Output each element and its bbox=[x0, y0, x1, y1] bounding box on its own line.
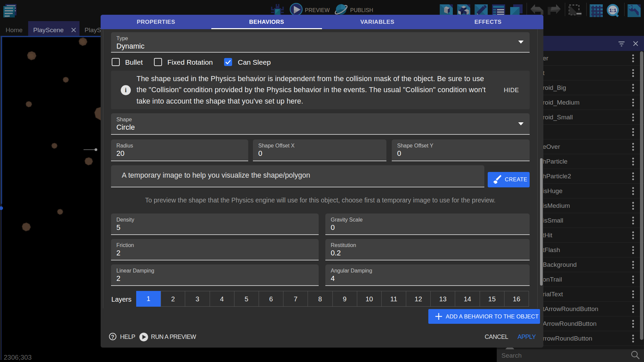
svg-text:1:1: 1:1 bbox=[609, 7, 616, 13]
